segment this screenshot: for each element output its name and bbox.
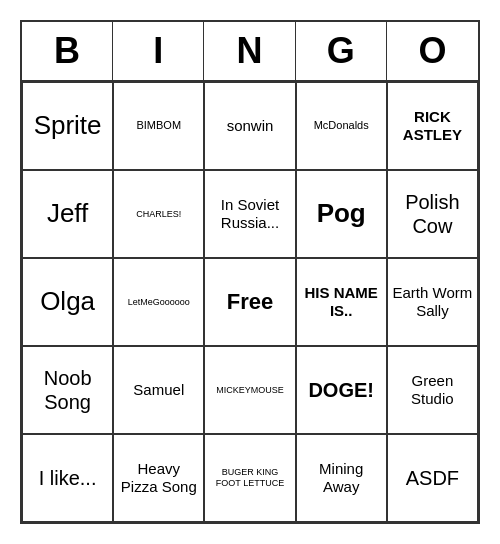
bingo-cell: Samuel	[113, 346, 204, 434]
bingo-cell: ASDF	[387, 434, 478, 522]
cell-label: Heavy Pizza Song	[118, 460, 199, 496]
bingo-cell: Sprite	[22, 82, 113, 170]
header-letter: I	[113, 22, 204, 80]
cell-label: Pog	[317, 198, 366, 229]
bingo-cell: Earth Worm Sally	[387, 258, 478, 346]
cell-label: HIS NAME IS..	[301, 284, 382, 320]
bingo-cell: Green Studio	[387, 346, 478, 434]
bingo-header: BINGO	[22, 22, 478, 82]
bingo-cell: In Soviet Russia...	[204, 170, 295, 258]
bingo-cell: MICKEYMOUSE	[204, 346, 295, 434]
bingo-cell: BUGER KING FOOT LETTUCE	[204, 434, 295, 522]
bingo-cell: Jeff	[22, 170, 113, 258]
bingo-cell: sonwin	[204, 82, 295, 170]
cell-label: In Soviet Russia...	[209, 196, 290, 232]
bingo-cell: McDonalds	[296, 82, 387, 170]
header-letter: G	[296, 22, 387, 80]
cell-label: Samuel	[133, 381, 184, 399]
bingo-grid: SpriteBIMBOMsonwinMcDonaldsRICK ASTLEYJe…	[22, 82, 478, 522]
bingo-cell: RICK ASTLEY	[387, 82, 478, 170]
cell-label: Jeff	[47, 198, 88, 229]
header-letter: N	[204, 22, 295, 80]
bingo-cell: Olga	[22, 258, 113, 346]
cell-label: BIMBOM	[136, 119, 181, 132]
cell-label: Green Studio	[392, 372, 473, 408]
header-letter: B	[22, 22, 113, 80]
cell-label: DOGE!	[308, 378, 374, 402]
cell-label: MICKEYMOUSE	[216, 385, 284, 396]
cell-label: sonwin	[227, 117, 274, 135]
bingo-cell: BIMBOM	[113, 82, 204, 170]
bingo-card: BINGO SpriteBIMBOMsonwinMcDonaldsRICK AS…	[20, 20, 480, 524]
cell-label: I like...	[39, 466, 97, 490]
bingo-cell: Pog	[296, 170, 387, 258]
bingo-cell: CHARLES!	[113, 170, 204, 258]
cell-label: Olga	[40, 286, 95, 317]
cell-label: RICK ASTLEY	[392, 108, 473, 144]
bingo-cell: DOGE!	[296, 346, 387, 434]
cell-label: CHARLES!	[136, 209, 181, 220]
bingo-cell: Polish Cow	[387, 170, 478, 258]
bingo-cell: Heavy Pizza Song	[113, 434, 204, 522]
cell-label: McDonalds	[314, 119, 369, 132]
bingo-cell: Noob Song	[22, 346, 113, 434]
cell-label: Noob Song	[27, 366, 108, 414]
bingo-cell: Free	[204, 258, 295, 346]
cell-label: Polish Cow	[392, 190, 473, 238]
cell-label: Free	[227, 289, 273, 315]
bingo-cell: LetMeGoooooo	[113, 258, 204, 346]
header-letter: O	[387, 22, 478, 80]
cell-label: ASDF	[406, 466, 459, 490]
cell-label: Mining Away	[301, 460, 382, 496]
cell-label: LetMeGoooooo	[128, 297, 190, 308]
bingo-cell: Mining Away	[296, 434, 387, 522]
bingo-cell: I like...	[22, 434, 113, 522]
cell-label: Earth Worm Sally	[392, 284, 473, 320]
cell-label: Sprite	[34, 110, 102, 141]
bingo-cell: HIS NAME IS..	[296, 258, 387, 346]
cell-label: BUGER KING FOOT LETTUCE	[209, 467, 290, 489]
